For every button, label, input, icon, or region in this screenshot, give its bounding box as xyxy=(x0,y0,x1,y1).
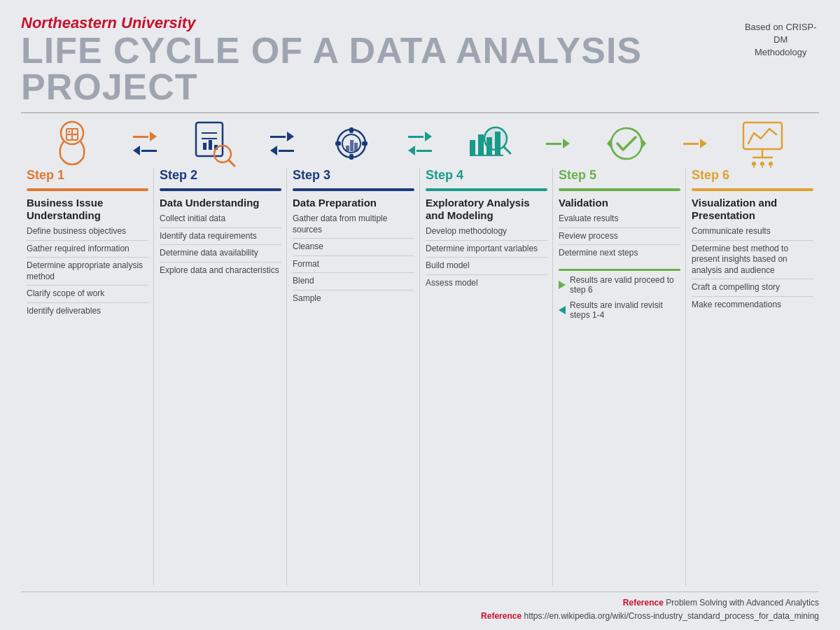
list-item: Determine appropriate analysis method xyxy=(27,260,148,286)
list-item: Determine data availability xyxy=(160,248,281,262)
svg-rect-3 xyxy=(66,134,72,140)
step5-valid-revisit: Results are invalid revisit steps 1-4 xyxy=(559,300,680,323)
footer-divider xyxy=(21,592,819,592)
list-item: Build model xyxy=(426,260,547,275)
main-container: Northeastern University LIFE CYCLE OF A … xyxy=(0,0,840,630)
svg-point-6 xyxy=(74,134,76,136)
step1-label: Step 1 xyxy=(27,168,148,183)
reference-2: Reference https://en.wikipedia.org/wiki/… xyxy=(21,610,819,623)
list-item: Review process xyxy=(559,231,680,246)
step5-underline xyxy=(559,188,680,191)
step1-column: Step 1 Business Issue Understanding Defi… xyxy=(21,168,154,586)
ref1-text: Problem Solving with Advanced Analytics xyxy=(666,598,819,608)
svg-rect-21 xyxy=(346,146,349,151)
arrow-left-icon xyxy=(559,306,566,314)
svg-point-5 xyxy=(69,131,71,133)
step5-icon-area xyxy=(572,119,682,168)
step2-title: Data Understanding xyxy=(160,197,281,209)
list-item: Assess model xyxy=(426,278,547,292)
svg-point-41 xyxy=(769,162,773,166)
step6-icon-area xyxy=(709,119,819,168)
step6-column: Step 6 Visualization and Presentation Co… xyxy=(686,168,819,586)
svg-marker-32 xyxy=(642,139,646,148)
list-item: Clarify scope of work xyxy=(27,288,148,303)
step3-label: Step 3 xyxy=(293,168,414,183)
step5-title: Validation xyxy=(559,197,680,209)
step2-column: Step 2 Data Understanding Collect initia… xyxy=(154,168,287,586)
ref2-text: https://en.wikipedia.org/wiki/Cross-indu… xyxy=(524,611,819,621)
svg-rect-22 xyxy=(350,140,354,151)
step5-divider xyxy=(559,269,680,271)
list-item: Determine next steps xyxy=(559,248,680,262)
list-item: Identify deliverables xyxy=(27,306,148,320)
step1-items: Define business objectives Gather requir… xyxy=(27,226,148,323)
step6-underline xyxy=(692,188,813,191)
svg-line-29 xyxy=(504,147,510,153)
list-item: Determine important variables xyxy=(426,244,547,258)
arrow-1-2 xyxy=(131,132,159,155)
step5-label: Step 5 xyxy=(559,168,680,183)
list-item: Blend xyxy=(293,276,414,290)
list-item: Gather data from multiple sources xyxy=(293,214,414,239)
list-item: Cleanse xyxy=(293,241,414,256)
step6-label: Step 6 xyxy=(692,168,813,183)
list-item: Identify data requirements xyxy=(160,231,281,246)
list-item: Determine best method to present insight… xyxy=(692,244,813,280)
svg-rect-24 xyxy=(470,140,475,155)
top-divider xyxy=(21,112,819,113)
step1-underline xyxy=(27,188,148,191)
arrow-2-3 xyxy=(268,132,296,155)
svg-point-39 xyxy=(760,162,764,166)
arrow-3-4 xyxy=(406,132,434,155)
crisp-reference: Based on CRISP-DMMethodology xyxy=(742,14,819,59)
step1-title: Business Issue Understanding xyxy=(27,197,148,222)
step3-column: Step 3 Data Preparation Gather data from… xyxy=(287,168,420,586)
main-title: LIFE CYCLE OF A DATA ANALYSIS PROJECT xyxy=(21,32,742,105)
step2-items: Collect initial data Identify data requi… xyxy=(160,214,281,281)
step3-items: Gather data from multiple sources Cleans… xyxy=(293,214,414,310)
step4-icon-area xyxy=(434,119,544,168)
arrow-right-icon xyxy=(559,281,566,289)
list-item: Develop methodology xyxy=(426,226,547,241)
arrow-4-5 xyxy=(544,139,572,148)
steps-row: Step 1 Business Issue Understanding Defi… xyxy=(21,168,819,586)
svg-rect-10 xyxy=(203,143,206,150)
list-item: Collect initial data xyxy=(160,214,281,228)
step2-underline xyxy=(160,188,281,191)
svg-rect-23 xyxy=(354,143,358,151)
header: Northeastern University LIFE CYCLE OF A … xyxy=(21,14,819,109)
svg-line-14 xyxy=(229,160,234,166)
list-item: Craft a compelling story xyxy=(692,282,813,297)
svg-rect-25 xyxy=(478,134,484,155)
step4-underline xyxy=(426,188,547,191)
svg-marker-33 xyxy=(607,139,611,148)
svg-rect-17 xyxy=(349,127,354,133)
step2-label: Step 2 xyxy=(160,168,281,183)
svg-rect-20 xyxy=(362,141,368,146)
list-item: Sample xyxy=(293,293,414,307)
step4-items: Develop methodology Determine important … xyxy=(426,226,547,294)
step4-column: Step 4 Exploratory Analysis and Modeling… xyxy=(420,168,553,586)
step4-label: Step 4 xyxy=(426,168,547,183)
svg-rect-19 xyxy=(335,141,341,146)
step3-underline xyxy=(293,188,414,191)
svg-rect-18 xyxy=(349,154,354,160)
footer-references: Reference Problem Solving with Advanced … xyxy=(21,596,819,623)
list-item: Gather required information xyxy=(27,244,148,258)
arrow-5-6 xyxy=(681,139,709,148)
step2-icon-area xyxy=(159,119,269,168)
svg-point-37 xyxy=(752,162,756,166)
ref1-label: Reference xyxy=(623,598,664,608)
step5-valid-proceed: Results are valid proceed to step 6 xyxy=(559,275,680,298)
step3-icon-area xyxy=(296,119,406,168)
step3-title: Data Preparation xyxy=(293,197,414,209)
reference-1: Reference Problem Solving with Advanced … xyxy=(21,596,819,610)
step5-column: Step 5 Validation Evaluate results Revie… xyxy=(553,168,686,586)
list-item: Make recommendations xyxy=(692,300,813,314)
list-item: Evaluate results xyxy=(559,214,680,228)
svg-rect-11 xyxy=(209,140,212,150)
step6-title: Visualization and Presentation xyxy=(692,197,813,222)
step6-items: Communicate results Determine best metho… xyxy=(692,226,813,316)
step1-icon-area xyxy=(21,119,131,168)
list-item: Explore data and characteristics xyxy=(160,265,281,279)
